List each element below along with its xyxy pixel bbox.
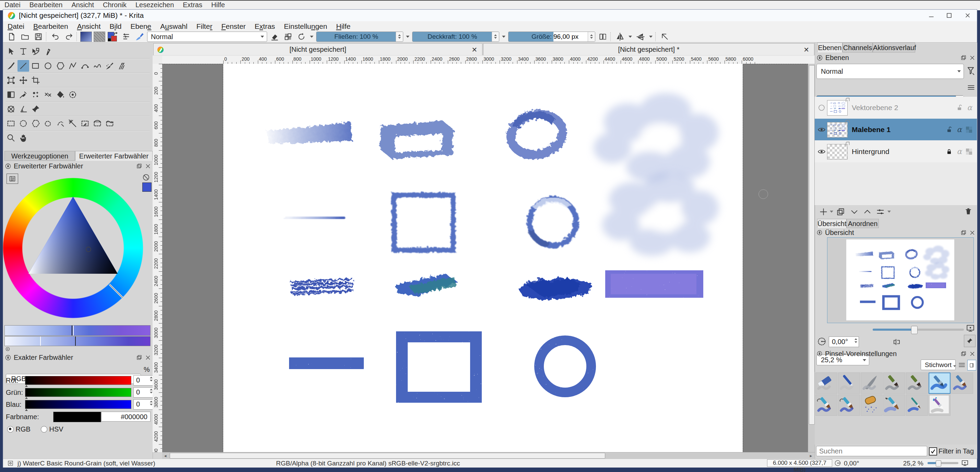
brush-preset-flat[interactable]: [815, 394, 837, 416]
mirror-vertical-button[interactable]: [614, 32, 626, 42]
tool-fill[interactable]: [54, 89, 66, 100]
maximize-button[interactable]: [940, 10, 958, 21]
brush-preset-round2[interactable]: [906, 373, 928, 394]
tab-anordnen[interactable]: Anordnen: [846, 219, 879, 228]
status-fit-view-icon[interactable]: [961, 459, 969, 467]
foreground-background-colors[interactable]: [107, 32, 119, 42]
opacity-spinner[interactable]: [492, 32, 499, 41]
float-panel-icon[interactable]: [137, 355, 142, 360]
layer-properties-button[interactable]: [876, 207, 885, 217]
tool-polyline[interactable]: [67, 60, 78, 72]
wrap-around-mode-button[interactable]: [659, 32, 671, 42]
brush-preset-airbrush[interactable]: [861, 373, 883, 394]
close-button[interactable]: [959, 10, 976, 21]
brush-preset-status-icon[interactable]: [7, 460, 14, 467]
float-panel-icon[interactable]: [961, 55, 966, 61]
opacity-dropdown[interactable]: [501, 32, 506, 41]
size-spinner[interactable]: [588, 32, 595, 41]
layer-blending-mode-combo[interactable]: Normal: [816, 64, 964, 79]
tool-select-magnetic[interactable]: [104, 118, 116, 129]
tool-select-contiguous[interactable]: [67, 118, 78, 129]
brush-preset-drop[interactable]: [929, 394, 950, 416]
open-document-button[interactable]: [19, 32, 31, 42]
add-layer-dropdown[interactable]: [830, 210, 833, 213]
reload-dropdown[interactable]: [309, 32, 315, 41]
flow-dropdown[interactable]: [405, 32, 410, 41]
brush-preset-wet[interactable]: [929, 373, 950, 394]
tool-smart-patch[interactable]: [42, 89, 54, 100]
green-channel-slider[interactable]: [25, 388, 131, 397]
brush-editor-button[interactable]: [134, 32, 145, 42]
tool-line[interactable]: [18, 60, 29, 72]
menu-ansicht[interactable]: Ansicht: [73, 21, 105, 31]
tool-gradient[interactable]: [5, 89, 17, 100]
preserve-alpha-button[interactable]: [282, 32, 294, 42]
overview-zoom-slider[interactable]: [873, 328, 964, 331]
tool-select-freehand[interactable]: [42, 118, 54, 129]
tool-move[interactable]: [18, 75, 29, 86]
horizontal-scroll-handle[interactable]: [170, 453, 605, 459]
menu-hilfe[interactable]: Hilfe: [332, 21, 355, 31]
canvas-viewport[interactable]: [162, 64, 808, 452]
value-gradient-strip[interactable]: [5, 325, 151, 336]
blue-channel-slider[interactable]: [25, 400, 131, 409]
tool-multibrush[interactable]: [116, 60, 128, 72]
rgb-radio[interactable]: RGB: [7, 425, 30, 433]
horizontal-scrollbar[interactable]: ◂ ▸: [162, 452, 815, 459]
close-tab-icon[interactable]: ✕: [803, 46, 809, 54]
layer-visibility-toggle[interactable]: [818, 148, 826, 157]
tool-zoom[interactable]: [5, 132, 17, 144]
tab-aktionsverlauf[interactable]: Aktionsverlauf: [873, 43, 915, 53]
alpha-lock-icon[interactable]: α: [967, 103, 972, 112]
new-document-button[interactable]: [6, 32, 18, 42]
layer-row-vektorebene-2[interactable]: Vektorebene 2α: [815, 97, 977, 118]
blending-mode-combo[interactable]: Normal: [147, 32, 267, 42]
tool-calligraphy[interactable]: [42, 46, 54, 57]
delete-layer-button[interactable]: [964, 207, 973, 216]
float-panel-icon[interactable]: [961, 351, 966, 356]
gradient-chooser[interactable]: [80, 32, 92, 42]
menu-bearbeiten[interactable]: Bearbeiten: [29, 21, 73, 31]
close-panel-icon[interactable]: [970, 351, 975, 356]
tool-measure[interactable]: [18, 103, 29, 115]
menu-bild[interactable]: Bild: [105, 21, 126, 31]
properties-dropdown[interactable]: [888, 210, 891, 213]
close-panel-icon[interactable]: [970, 230, 975, 235]
menu-einstellungen[interactable]: Einstellungen: [280, 21, 332, 31]
redo-button[interactable]: [63, 32, 75, 42]
hsv-triangle[interactable]: [3, 161, 153, 352]
tool-crop[interactable]: [30, 75, 41, 86]
brush-preset-blender[interactable]: [883, 394, 905, 416]
move-layer-down-button[interactable]: [850, 207, 859, 217]
layer-visibility-toggle[interactable]: [818, 126, 826, 135]
menu-filter[interactable]: Filter: [192, 21, 217, 31]
alpha-lock-icon[interactable]: α: [957, 147, 962, 156]
duplicate-layer-button[interactable]: [836, 207, 845, 217]
tool-enclose-fill[interactable]: [67, 89, 78, 100]
tool-select-rect[interactable]: [5, 118, 17, 129]
tool-transform[interactable]: [5, 75, 17, 86]
close-panel-icon[interactable]: [970, 55, 975, 61]
lock-icon[interactable]: [817, 55, 822, 61]
strip-settings-icon[interactable]: [5, 346, 10, 352]
tab-werkzeugoptionen[interactable]: Werkzeugoptionen: [5, 151, 75, 161]
tool-freehand-path[interactable]: [92, 60, 103, 72]
lock-icon[interactable]: [817, 351, 822, 356]
flow-spinner[interactable]: [396, 32, 403, 41]
opacity-slider[interactable]: Deckkraft: 100 %: [412, 32, 499, 42]
pattern-chooser[interactable]: [94, 32, 105, 42]
brush-preset-liner[interactable]: [906, 394, 928, 416]
status-brush-name[interactable]: j) WaterC Basic Round-Grain (soft, viel …: [18, 460, 155, 467]
keyword-filter-button[interactable]: Stichwort: [921, 359, 956, 370]
tool-dynamic-brush[interactable]: [104, 60, 116, 72]
status-zoom-slider[interactable]: [928, 462, 958, 464]
hex-value-field[interactable]: #000000: [101, 411, 151, 422]
close-panel-icon[interactable]: [145, 355, 151, 360]
layer-filter-icon[interactable]: [966, 66, 975, 75]
vertical-scrollbar[interactable]: [808, 64, 815, 452]
red-channel-slider[interactable]: [25, 376, 131, 385]
undo-button[interactable]: [50, 32, 61, 42]
rotation-spinbox[interactable]: 0,00°: [829, 336, 859, 347]
red-value-spinbox[interactable]: 0: [134, 375, 154, 386]
display-mode-button[interactable]: [967, 360, 976, 370]
